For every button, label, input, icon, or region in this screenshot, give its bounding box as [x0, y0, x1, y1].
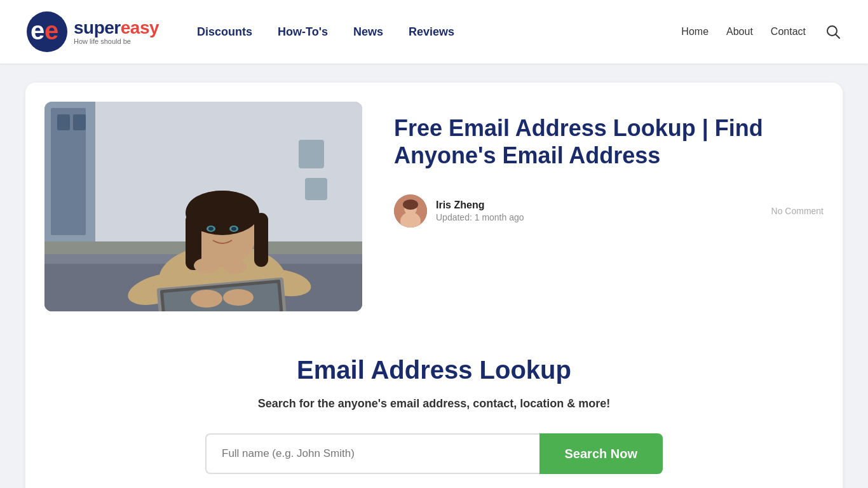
author-updated: Updated: 1 month ago	[436, 212, 524, 222]
logo-super: super	[74, 18, 121, 37]
lookup-input[interactable]	[205, 433, 539, 474]
nav-about[interactable]: About	[726, 26, 753, 37]
svg-point-28	[231, 227, 236, 231]
article-title: Free Email Address Lookup | Find Anyone'…	[394, 114, 824, 169]
no-comment-label: No Comment	[771, 206, 824, 216]
author-row: Iris Zheng Updated: 1 month ago No Comme…	[394, 194, 824, 227]
logo-easy: easy	[121, 18, 159, 37]
lookup-subtitle: Search for the anyone's email address, c…	[44, 397, 824, 410]
nav-home[interactable]: Home	[681, 26, 709, 37]
lookup-title: Email Address Lookup	[44, 356, 824, 384]
nav-news[interactable]: News	[353, 23, 383, 41]
author-avatar-image	[394, 194, 427, 227]
svg-text:e: e	[31, 17, 44, 44]
hero-illustration	[44, 102, 362, 311]
author-avatar	[394, 194, 427, 227]
svg-point-3	[827, 26, 837, 36]
search-icon	[826, 25, 840, 39]
svg-point-33	[223, 289, 254, 306]
logo-icon: e e	[25, 10, 69, 53]
svg-point-34	[194, 258, 219, 273]
lookup-form: Search Now	[205, 433, 663, 474]
svg-rect-12	[305, 178, 327, 200]
article-meta: Free Email Address Lookup | Find Anyone'…	[394, 102, 824, 227]
nav-contact[interactable]: Contact	[771, 26, 806, 37]
lookup-section: Email Address Lookup Search for the anyo…	[44, 343, 824, 480]
article-card: Free Email Address Lookup | Find Anyone'…	[25, 83, 843, 488]
svg-rect-11	[299, 140, 324, 168]
svg-point-32	[191, 290, 222, 308]
search-icon-button[interactable]	[824, 22, 843, 41]
svg-line-4	[836, 35, 840, 39]
nav-discounts[interactable]: Discounts	[197, 23, 252, 41]
article-hero: Free Email Address Lookup | Find Anyone'…	[44, 102, 824, 311]
svg-rect-9	[57, 114, 70, 130]
svg-rect-10	[73, 114, 86, 130]
svg-text:e: e	[44, 17, 58, 44]
search-now-button[interactable]: Search Now	[539, 433, 663, 474]
svg-rect-23	[254, 213, 268, 267]
svg-point-27	[208, 227, 214, 231]
svg-point-35	[224, 260, 247, 274]
svg-point-24	[187, 191, 258, 229]
author-name: Iris Zheng	[436, 200, 524, 211]
svg-point-39	[403, 200, 418, 210]
main-nav: Discounts How-To's News Reviews	[197, 23, 681, 41]
author-details: Iris Zheng Updated: 1 month ago	[436, 200, 524, 222]
logo-tagline: How life should be	[74, 38, 159, 45]
article-image	[44, 102, 362, 311]
header-right: Home About Contact	[681, 22, 843, 41]
nav-howtos[interactable]: How-To's	[278, 23, 328, 41]
author-info: Iris Zheng Updated: 1 month ago	[394, 194, 524, 227]
site-logo[interactable]: e e supereasy How life should be	[25, 10, 159, 53]
nav-reviews[interactable]: Reviews	[409, 23, 454, 41]
